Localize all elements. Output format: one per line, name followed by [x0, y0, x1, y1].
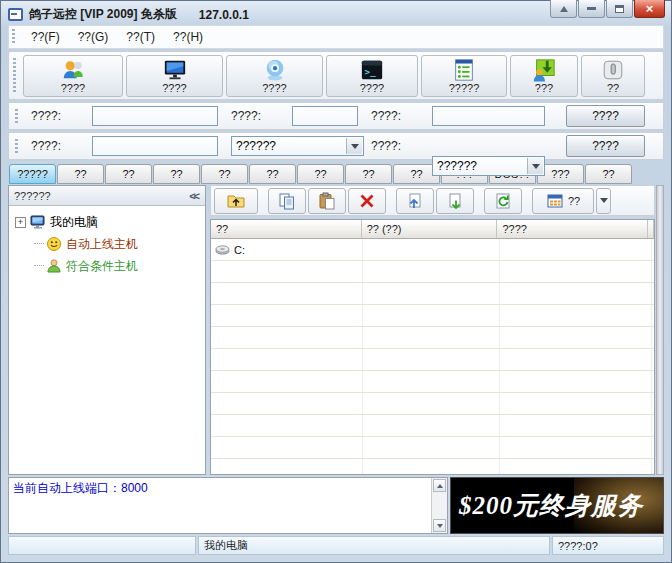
tab-4[interactable]: ?? [201, 164, 248, 184]
log-text: 当前自动上线端口：8000 [9, 478, 431, 533]
column-header-name[interactable]: ?? [211, 220, 362, 239]
download-button[interactable] [436, 188, 474, 214]
disk-icon [215, 242, 230, 257]
combo-dropdown-button[interactable] [346, 138, 362, 154]
settings-input-4[interactable] [92, 136, 218, 156]
menu-item-help[interactable]: ??(H) [164, 27, 212, 47]
settings-combo-1-value: ?????? [236, 139, 276, 153]
tree-item-my-computer[interactable]: + 我的电脑 [11, 211, 203, 233]
empty-row [211, 393, 654, 415]
auto-download-icon [532, 58, 556, 82]
file-toolbar: ?? [210, 185, 655, 216]
collapse-panel-button[interactable]: << [189, 190, 200, 202]
chevron-down-icon [351, 144, 359, 149]
column-header-size[interactable]: ?? (??) [362, 220, 498, 239]
webcam-icon [263, 58, 287, 82]
column-header-type[interactable]: ???? [497, 220, 648, 239]
empty-row [211, 349, 654, 371]
task-list-button-label: ????? [449, 82, 480, 94]
menu-bar: ??(F) ??(G) ??(T) ??(H) [8, 25, 664, 49]
settings-input-3[interactable] [432, 106, 545, 126]
copy-button[interactable] [268, 188, 306, 214]
status-panel-right: ????:0? [552, 536, 664, 555]
computer-icon [30, 214, 46, 230]
ad-banner-text: $200元终身服务 [459, 489, 643, 522]
empty-row [211, 283, 654, 305]
minimize-button[interactable] [578, 0, 605, 18]
status-panel-left [8, 536, 196, 555]
terminal-icon: >_ [360, 58, 384, 82]
scroll-up-button[interactable] [433, 479, 446, 492]
hosts-button-label: ???? [61, 82, 85, 94]
settings-label-2: ????: [231, 109, 261, 123]
settings-combo-1[interactable]: ?????? [231, 136, 364, 156]
host-tree-panel: ?????? << + 我的电脑 自动上线主机 符合条件主机 [8, 185, 206, 475]
settings-input-2[interactable] [292, 106, 358, 126]
empty-row [211, 415, 654, 437]
tree-item-auto-online[interactable]: 自动上线主机 [11, 233, 203, 255]
settings-row-1-grip [15, 109, 18, 125]
smiley-icon [46, 236, 62, 252]
auto-download-button[interactable]: ??? [510, 55, 578, 97]
file-row-c-drive[interactable]: C: [211, 239, 654, 261]
folder-up-button[interactable] [214, 188, 258, 214]
expand-icon[interactable]: + [15, 217, 26, 228]
empty-row [211, 371, 654, 393]
view-mode-button[interactable]: ?? [532, 188, 594, 214]
task-list-button[interactable]: ????? [421, 55, 507, 97]
settings-label-1: ????: [31, 109, 61, 123]
tab-1[interactable]: ?? [57, 164, 104, 184]
webcam-button-label: ???? [262, 82, 286, 94]
settings-apply-button-2[interactable]: ???? [566, 135, 645, 157]
folder-up-icon [227, 192, 245, 210]
rollup-button[interactable] [550, 0, 577, 18]
settings-row-1: ????: ????: ????: ???? [8, 102, 664, 130]
delete-button[interactable] [348, 188, 386, 214]
menu-grip [12, 29, 15, 45]
scroll-down-button[interactable] [433, 519, 446, 532]
tab-0[interactable]: ????? [9, 164, 56, 184]
webcam-button[interactable]: ???? [226, 55, 323, 97]
remote-desktop-button[interactable]: ???? [126, 55, 223, 97]
tab-12[interactable]: ?? [585, 164, 632, 184]
triangle-down-icon [437, 524, 443, 528]
auto-download-button-label: ??? [535, 82, 553, 94]
settings-apply-button-1[interactable]: ???? [566, 105, 645, 127]
tree-item-matching-hosts[interactable]: 符合条件主机 [11, 255, 203, 277]
view-mode-dropdown-button[interactable] [596, 188, 611, 214]
settings-combo-2[interactable]: ?????? [432, 156, 545, 176]
upload-button[interactable] [396, 188, 434, 214]
tab-7[interactable]: ?? [345, 164, 392, 184]
refresh-button[interactable] [484, 188, 522, 214]
terminal-button[interactable]: >_ ???? [326, 55, 418, 97]
hosts-button[interactable]: ???? [23, 55, 123, 97]
right-scroll-strip [656, 185, 664, 475]
log-panel: 当前自动上线端口：8000 [8, 477, 448, 534]
switch-button-label: ?? [607, 82, 619, 94]
combo-dropdown-button[interactable] [527, 158, 543, 174]
menu-item-settings[interactable]: ??(T) [117, 27, 164, 47]
function-tabs: ????? ?? ?? ?? ?? ?? ?? ?? ?? ??? DOS?? … [9, 164, 664, 184]
upload-icon [406, 192, 424, 210]
menu-item-file[interactable]: ??(F) [22, 27, 69, 47]
ad-banner[interactable]: $200元终身服务 [450, 477, 664, 534]
switch-icon [601, 58, 625, 82]
switch-button[interactable]: ?? [581, 55, 645, 97]
tab-6[interactable]: ?? [297, 164, 344, 184]
tab-5[interactable]: ?? [249, 164, 296, 184]
tab-3[interactable]: ?? [153, 164, 200, 184]
close-button[interactable]: × [634, 0, 665, 18]
file-list: ?? ?? (??) ???? C: [210, 219, 655, 475]
tree-item-label: 自动上线主机 [66, 236, 138, 253]
tab-2[interactable]: ?? [105, 164, 152, 184]
settings-label-4: ????: [31, 139, 61, 153]
file-size [363, 239, 500, 260]
settings-input-1[interactable] [92, 106, 218, 126]
settings-row-2: ????: ?????? ????: ?????? ???? [8, 132, 664, 160]
menu-item-tools[interactable]: ??(G) [69, 27, 118, 47]
restore-button[interactable] [606, 0, 633, 18]
log-scrollbar[interactable] [431, 478, 447, 533]
contacts-icon [61, 58, 85, 82]
paste-button[interactable] [308, 188, 346, 214]
host-tree: + 我的电脑 自动上线主机 符合条件主机 [9, 206, 205, 474]
